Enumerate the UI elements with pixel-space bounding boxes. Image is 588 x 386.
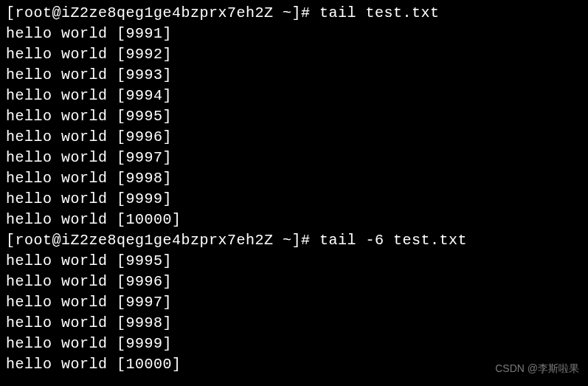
output-line: hello world [10000] [6, 210, 582, 230]
output-line: hello world [9996] [6, 272, 582, 292]
prompt-line-1[interactable]: [root@iZ2ze8qeg1ge4bzprx7eh2Z ~]# tail t… [6, 3, 582, 24]
output-line: hello world [9998] [6, 313, 582, 334]
watermark-text: CSDN @李斯啦果 [495, 358, 579, 379]
shell-prompt: [root@iZ2ze8qeg1ge4bzprx7eh2Z ~]# [6, 232, 319, 249]
shell-command: tail -6 test.txt [319, 232, 467, 249]
prompt-line-2[interactable]: [root@iZ2ze8qeg1ge4bzprx7eh2Z ~]# tail -… [6, 230, 582, 251]
output-line: hello world [9997] [6, 148, 582, 168]
output-line: hello world [9995] [6, 106, 582, 127]
output-line: hello world [9991] [6, 24, 582, 44]
output-line: hello world [9998] [6, 168, 582, 189]
shell-command: tail test.txt [319, 4, 440, 21]
output-line: hello world [9995] [6, 251, 582, 272]
shell-prompt: [root@iZ2ze8qeg1ge4bzprx7eh2Z ~]# [6, 4, 319, 21]
output-line: hello world [9994] [6, 86, 582, 106]
output-line: hello world [9992] [6, 44, 582, 65]
output-line: hello world [9997] [6, 292, 582, 313]
output-line: hello world [9999] [6, 189, 582, 210]
output-line: hello world [9999] [6, 334, 582, 354]
output-line: hello world [9996] [6, 127, 582, 148]
output-line: hello world [9993] [6, 65, 582, 86]
